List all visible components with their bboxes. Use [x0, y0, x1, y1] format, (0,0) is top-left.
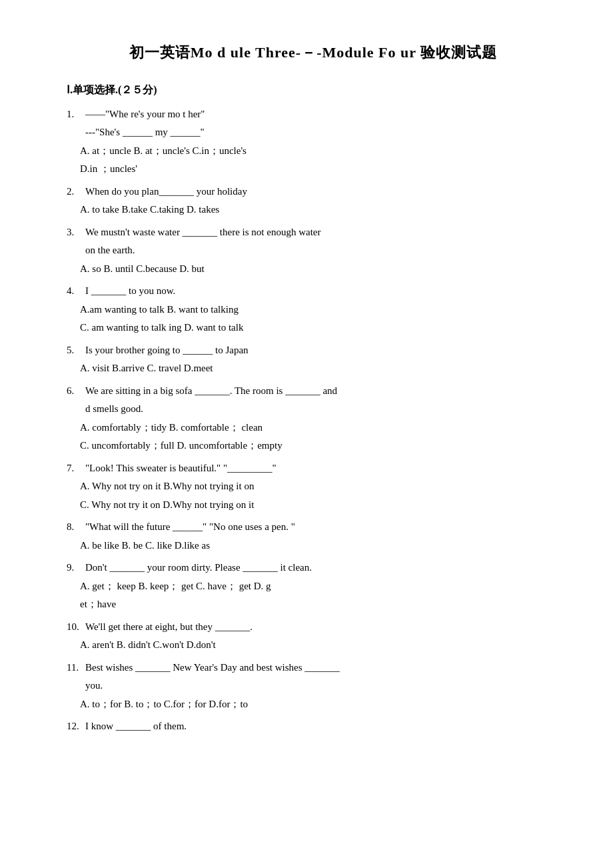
question-item: 2.When do you plan_______ your holidayA.…: [67, 183, 560, 219]
question-text: 1.——"Whe re's your mo t her": [67, 106, 560, 123]
question-text: you.: [67, 677, 560, 695]
q-number: 5.: [67, 342, 85, 359]
question-item: 6.We are sitting in a big sofa _______. …: [67, 383, 560, 455]
question-text: 8."What will the future ______" "No one …: [67, 519, 560, 536]
section1-header: Ⅰ.单项选择.(２５分): [67, 81, 560, 99]
option-text: A.am wanting to talk B. want to talking: [80, 301, 560, 319]
option-text: A. Why not try on it B.Why not trying it…: [80, 478, 560, 495]
question-text: ---"She's ______ my ______": [67, 124, 560, 141]
q-number: 1.: [67, 106, 85, 123]
option-text: C. uncomfortably；full D. uncomfortable；e…: [80, 437, 560, 455]
question-item: 7."Look! This sweater is beautiful." "__…: [67, 460, 560, 514]
option-text: et；have: [80, 596, 560, 613]
question-text: d smells good.: [67, 401, 560, 418]
question-item: 10.We'll get there at eight, but they __…: [67, 619, 560, 654]
option-text: A. be like B. be C. like D.like as: [80, 537, 560, 555]
question-item: 5.Is your brother going to ______ to Jap…: [67, 342, 560, 377]
option-text: A. so B. until C.because D. but: [80, 261, 560, 278]
question-text: 5.Is your brother going to ______ to Jap…: [67, 342, 560, 359]
q-number: 2.: [67, 183, 85, 201]
q-number: 12.: [67, 718, 85, 735]
questions-list: 1.——"Whe re's your mo t her"---"She's __…: [67, 106, 560, 735]
option-text: D.in ；uncles': [80, 161, 560, 178]
q-number: 4.: [67, 283, 85, 300]
page-title: 初一英语Mo d ule Three-－-Module Fo ur 验收测试题: [67, 40, 560, 65]
q-number: 6.: [67, 383, 85, 400]
question-item: 4.I _______ to you now.A.am wanting to t…: [67, 283, 560, 337]
option-text: A. visit B.arrive C. travel D.meet: [80, 360, 560, 377]
q-number: 9.: [67, 559, 85, 577]
option-text: C. am wanting to talk ing D. want to tal…: [80, 319, 560, 337]
question-text: 10.We'll get there at eight, but they __…: [67, 619, 560, 636]
q-number: 3.: [67, 224, 85, 241]
q-number: 11.: [67, 659, 85, 677]
question-text: 3.We mustn't waste water _______ there i…: [67, 224, 560, 241]
question-text: on the earth.: [67, 242, 560, 259]
question-item: 9.Don't _______ your room dirty. Please …: [67, 559, 560, 613]
question-text: 6.We are sitting in a big sofa _______. …: [67, 383, 560, 400]
question-item: 12.I know _______ of them.: [67, 718, 560, 735]
question-text: 9.Don't _______ your room dirty. Please …: [67, 559, 560, 577]
question-text: 4.I _______ to you now.: [67, 283, 560, 300]
question-item: 8."What will the future ______" "No one …: [67, 519, 560, 554]
option-text: A. to take B.take C.taking D. takes: [80, 201, 560, 219]
option-text: A. to；for B. to；to C.for；for D.for；to: [80, 696, 560, 713]
q-number: 10.: [67, 619, 85, 636]
question-text: 7."Look! This sweater is beautiful." "__…: [67, 460, 560, 477]
option-text: A. aren't B. didn't C.won't D.don't: [80, 637, 560, 654]
question-item: 11.Best wishes _______ New Year's Day an…: [67, 659, 560, 713]
question-item: 1.——"Whe re's your mo t her"---"She's __…: [67, 106, 560, 178]
option-text: A. at；uncle B. at；uncle's C.in；uncle's: [80, 143, 560, 160]
option-text: A. get； keep B. keep； get C. have； get D…: [80, 578, 560, 595]
q-number: 7.: [67, 460, 85, 477]
question-text: 11.Best wishes _______ New Year's Day an…: [67, 659, 560, 677]
question-item: 3.We mustn't waste water _______ there i…: [67, 224, 560, 278]
option-text: A. comfortably；tidy B. comfortable； clea…: [80, 419, 560, 437]
option-text: C. Why not try it on D.Why not trying on…: [80, 497, 560, 514]
question-text: 2.When do you plan_______ your holiday: [67, 183, 560, 201]
question-text: 12.I know _______ of them.: [67, 718, 560, 735]
q-number: 8.: [67, 519, 85, 536]
